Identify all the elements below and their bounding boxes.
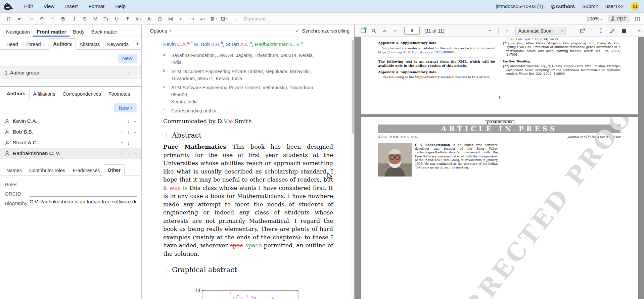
synchronize-scrolling-checkbox[interactable]: ✓Synchronize scrolling [295,28,351,34]
options-dropdown[interactable]: Options▾ [150,28,171,34]
new-author-button[interactable]: New▾ [114,103,137,112]
field-input-orcid[interactable] [30,189,137,197]
submit-button[interactable]: Submit [582,3,598,9]
field-input-biography[interactable]: C V Radhakrishnan is an Indian free soft… [30,199,137,206]
structure-icon[interactable]: ◫ [5,14,14,23]
pdf-zoom-out-button[interactable]: − [486,27,494,35]
pdf-open-external-button[interactable] [578,27,587,35]
tab-back-matter[interactable]: Back matter [88,26,121,37]
go-first-icon[interactable]: ⇤ [16,14,25,23]
pdf-ink-button[interactable] [619,27,628,35]
layout-columns-icon[interactable]: ◫ [635,15,640,22]
underline-icon[interactable]: U [112,14,121,23]
move-down-icon[interactable]: ↓ [127,129,130,135]
abstract-heading[interactable]: ⋮Abstract [163,131,352,139]
tab-affiliations[interactable]: Affiliations [30,89,59,99]
tab-thread[interactable]: Thread× [22,39,49,50]
author-group-item[interactable]: 1. Author group ↑ ↓ − [0,66,141,79]
tab-authors[interactable]: Authors [49,38,76,50]
move-up-icon[interactable]: ↑ [121,140,123,146]
font-color-icon[interactable]: A [145,14,153,23]
table-icon[interactable]: ⊞▾ [220,14,229,23]
smallcaps-icon[interactable]: M [91,14,100,23]
move-down-icon[interactable]: ↓ [127,118,130,124]
author-list-item[interactable]: Radhakrishnan C. V.↑↓− [0,148,141,159]
user-avatar[interactable]: U1 [631,2,639,10]
move-up-icon[interactable]: ↑ [121,118,123,124]
pdf-more-tools-button[interactable]: » [638,28,641,34]
drag-handle-icon[interactable]: ⋮ [163,132,169,139]
script-icon[interactable]: X▾ [134,14,143,23]
comment-button[interactable]: Comment [244,16,266,21]
mention-authors-link[interactable]: @Authors [551,3,575,9]
abstract-paragraph[interactable]: Pure Mathematics This book has been desi… [163,143,333,258]
document-canvas[interactable]: Kevin C.A.a, * ✉, Bob B.B.b, Stuart A.C.… [142,37,352,299]
move-up-icon[interactable]: ↑ [121,129,123,135]
special-char-icon[interactable]: Ω [155,14,164,23]
tab-navigation[interactable]: Navigation [3,26,33,37]
pdf-search-button[interactable] [369,27,378,35]
author-list-item[interactable]: Stuart A.C.↑↓− [0,137,141,148]
editor-scrollbar[interactable] [352,37,354,299]
tab-correspondences[interactable]: Correspondences [59,89,104,99]
graphical-abstract-figure[interactable]: 1050imaginary part [190,286,352,299]
author-list-item[interactable]: Kevin C.A.↑↓− [0,116,141,127]
numbered-list-icon[interactable]: ≣▾ [209,14,218,23]
tab-other[interactable]: Other [104,164,125,176]
affiliation-list[interactable]: aSayahna Foundation, JWA 34, Jagathy, Tr… [163,52,352,114]
move-up-icon[interactable]: ↑ [121,70,123,76]
tab-names[interactable]: Names [3,165,26,176]
pdf-zoom-select[interactable]: Automatic Zoom▾ [515,27,566,35]
pdf-annotate-button[interactable] [608,27,617,35]
pdf-page-number-input[interactable]: 9 [404,27,420,35]
remove-icon[interactable]: − [134,118,137,124]
remove-icon[interactable]: − [134,129,137,135]
tab-abstracts[interactable]: Abstracts [76,39,103,50]
field-input-roles[interactable] [30,180,137,187]
new-author-group-button[interactable]: New [118,54,137,63]
zoom-control[interactable]: 100%▾ [587,16,602,21]
drag-handle-icon[interactable]: ⋮ [163,266,169,273]
menu-help[interactable]: Help [110,3,131,9]
font-size-icon[interactable]: Tᴛ [102,14,110,23]
remove-icon[interactable]: − [134,151,137,156]
move-icon[interactable]: + [231,14,239,23]
pdf-sidebar-toggle[interactable] [359,27,367,35]
document-author-line[interactable]: Kevin C.A.a, * ✉, Bob B.B.b, Stuart A.C.… [163,39,352,48]
menu-view[interactable]: View [38,3,60,9]
bullet-list-icon[interactable]: ≡▾ [198,14,207,23]
pdf-previous-page-button[interactable] [380,27,389,35]
tab-e-addresses[interactable]: E-addresses [69,165,103,176]
remove-icon[interactable]: − [134,70,137,76]
pdf-viewer[interactable]: Appendix A. Supplementary data Supplemen… [355,37,644,299]
italic-icon[interactable]: I [70,14,78,23]
tab-keywords[interactable]: Keywords [103,39,132,50]
tab-footnotes[interactable]: Footnotes [105,89,134,99]
outdent-icon[interactable]: ⇠ [177,14,186,23]
move-down-icon[interactable]: ↓ [127,70,130,76]
remove-icon[interactable]: − [134,140,137,146]
move-down-icon[interactable]: ↓ [127,151,130,156]
tab-front-matter[interactable]: Front matter [33,26,70,37]
tab-body[interactable]: Body [70,26,88,37]
tab-head[interactable]: Head [3,39,22,50]
strikethrough-icon[interactable]: S [80,14,89,23]
tab-authors[interactable]: Authors [3,88,30,99]
bold-icon[interactable]: B [59,14,67,23]
communicated-by-line[interactable]: Communicated by D.V.v. Smith [163,118,352,124]
author-list-item[interactable]: Bob B.B.↑↓− [0,127,141,137]
menu-insert[interactable]: Insert [60,3,83,9]
move-down-icon[interactable]: ↓ [127,140,130,146]
menu-format[interactable]: Format [83,3,110,9]
close-icon[interactable]: × [43,42,46,47]
menu-edit[interactable]: Edit [19,3,38,9]
undo-icon[interactable]: ↶ [37,14,46,23]
tab-contributor-roles[interactable]: Contributor roles [26,165,69,176]
username-label[interactable]: user142 [605,3,624,9]
indent-icon[interactable]: ⇢ [188,14,196,23]
pdf-next-page-button[interactable] [391,27,400,35]
pdf-zoom-in-button[interactable]: + [503,27,511,35]
strike-over-icon[interactable]: Ŧ [123,14,132,23]
pdf-text-tool[interactable]: I [597,27,605,35]
merge-icon[interactable]: ⋈ [166,14,175,23]
